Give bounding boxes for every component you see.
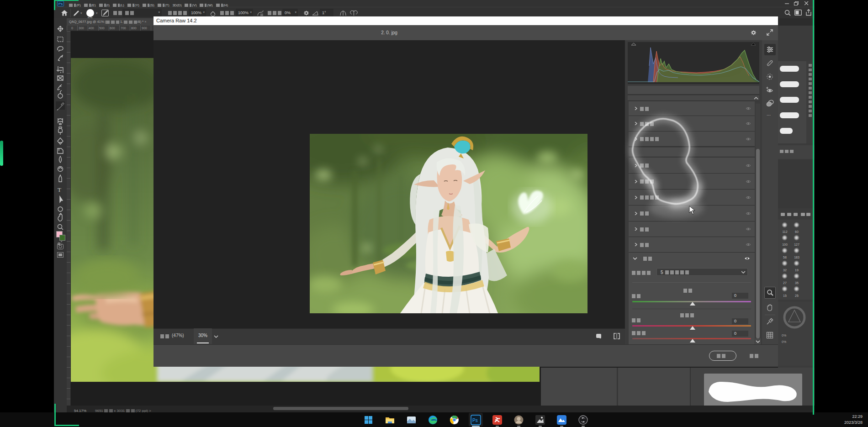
svg-text:Ps: Ps — [472, 418, 478, 423]
svg-text:T: T — [58, 186, 61, 193]
